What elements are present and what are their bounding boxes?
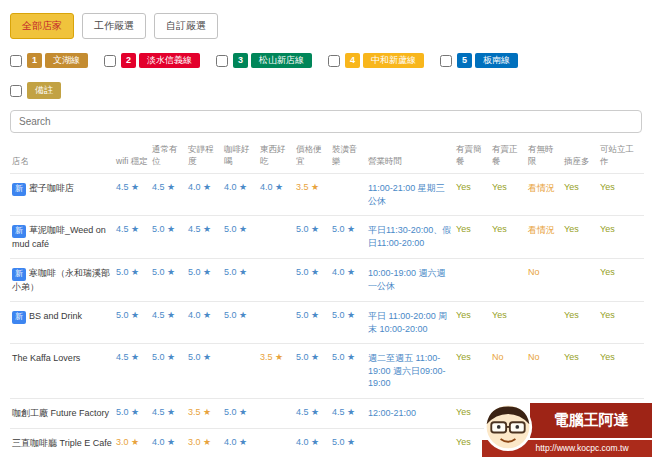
rating-value: 4.5 ★ [332, 407, 355, 417]
rating-cell: 3.5 ★ [186, 399, 222, 429]
rating-value: 5.0 ★ [224, 267, 247, 277]
rating-cell: 4.5 ★ [114, 216, 150, 259]
rating-cell: 4.5 ★ [186, 216, 222, 259]
rating-value: 5.0 ★ [116, 310, 139, 320]
line-checkbox[interactable] [440, 55, 452, 67]
flag-cell: Yes [490, 174, 526, 216]
column-header-9[interactable]: 有賣簡餐 [454, 139, 490, 174]
flag-value: Yes [456, 407, 471, 417]
column-header-3[interactable]: 安靜程度 [186, 139, 222, 174]
flag-value: Yes [456, 182, 471, 192]
rating-cell: 5.0 ★ [330, 429, 366, 457]
flag-value: Yes [492, 310, 507, 320]
rating-cell: 4.5 ★ [114, 174, 150, 216]
column-header-10[interactable]: 有賣正餐 [490, 139, 526, 174]
rating-cell: 4.0 ★ [150, 429, 186, 457]
rating-value: 3.5 ★ [260, 352, 283, 362]
new-badge: 新 [12, 225, 26, 238]
rating-value: 4.5 ★ [116, 224, 139, 234]
line-filter-3[interactable]: 3松山新店線 [216, 53, 312, 68]
flag-value: No [528, 267, 540, 277]
metro-line-filters: 1文湖線2淡水信義線3松山新店線4中和新蘆線5板南線 [0, 45, 652, 72]
rating-value: 5.0 ★ [296, 224, 319, 234]
rating-cell: 4.0 ★ [258, 174, 294, 216]
rating-value: 5.0 ★ [224, 407, 247, 417]
rating-cell: 5.0 ★ [114, 302, 150, 344]
flag-value: 看情況 [528, 225, 555, 235]
filter-work-picks-button[interactable]: 工作嚴選 [82, 13, 146, 39]
rating-value: 5.0 ★ [296, 352, 319, 362]
filter-custom-picks-button[interactable]: 自訂嚴選 [154, 13, 218, 39]
column-header-6[interactable]: 價格便宜 [294, 139, 330, 174]
rating-value: 4.0 ★ [224, 182, 247, 192]
store-name-cell[interactable]: 新寒咖啡（永和瑞溪部小弟） [10, 259, 114, 302]
rating-cell: 3.5 ★ [258, 344, 294, 399]
flag-value: Yes [456, 352, 471, 362]
line-filter-4[interactable]: 4中和新蘆線 [328, 53, 424, 68]
column-header-0[interactable]: 店名 [10, 139, 114, 174]
line-filter-1[interactable]: 1文湖線 [10, 53, 88, 68]
column-header-7[interactable]: 裝潢音樂 [330, 139, 366, 174]
flag-cell: Yes [562, 302, 598, 344]
flag-value: Yes [492, 182, 507, 192]
store-name-cell[interactable]: 新BS and Drink [10, 302, 114, 344]
rating-cell: 5.0 ★ [150, 216, 186, 259]
flag-cell: Yes [490, 302, 526, 344]
line-checkbox[interactable] [328, 55, 340, 67]
column-header-5[interactable]: 東西好吃 [258, 139, 294, 174]
line-checkbox[interactable] [10, 55, 22, 67]
rating-value: 5.0 ★ [116, 267, 139, 277]
rating-cell: 5.0 ★ [114, 399, 150, 429]
table-row: 新BS and Drink5.0 ★4.5 ★4.0 ★5.0 ★5.0 ★5.… [10, 302, 644, 344]
store-name-cell[interactable]: 新蜜子咖啡店 [10, 174, 114, 216]
column-header-13[interactable]: 可站立工作 [598, 139, 644, 174]
column-header-4[interactable]: 咖啡好喝 [222, 139, 258, 174]
rating-value: 5.0 ★ [152, 224, 175, 234]
line-checkbox[interactable] [104, 55, 116, 67]
column-header-1[interactable]: wifi 穩定 [114, 139, 150, 174]
column-header-11[interactable]: 有無時限 [526, 139, 562, 174]
rating-cell: 5.0 ★ [222, 399, 258, 429]
flag-cell: Yes [562, 216, 598, 259]
rating-cell: 5.0 ★ [150, 344, 186, 399]
store-name-cell[interactable]: 三直咖啡廳 Triple E Cafe [10, 429, 114, 457]
rating-cell: 4.0 ★ [294, 429, 330, 457]
rating-cell: 5.0 ★ [150, 259, 186, 302]
flag-cell: Yes [562, 174, 598, 216]
rating-value: 3.0 ★ [188, 437, 211, 447]
rating-value: 3.5 ★ [188, 407, 211, 417]
line-name-label: 文湖線 [45, 53, 88, 68]
rating-value: 5.0 ★ [116, 407, 139, 417]
table-row: 新寒咖啡（永和瑞溪部小弟）5.0 ★5.0 ★5.0 ★5.0 ★5.0 ★4.… [10, 259, 644, 302]
store-name-cell[interactable]: 咖創工廠 Future Factory [10, 399, 114, 429]
flag-cell: Yes [598, 216, 644, 259]
rating-value: 4.0 ★ [152, 437, 175, 447]
column-header-8[interactable]: 營業時間 [366, 139, 454, 174]
rating-cell [258, 259, 294, 302]
opening-hours-cell [366, 429, 454, 457]
line-filter-5[interactable]: 5板南線 [440, 53, 518, 68]
rating-value: 4.0 ★ [332, 267, 355, 277]
rating-cell: 5.0 ★ [330, 216, 366, 259]
rating-value: 5.0 ★ [224, 224, 247, 234]
search-input[interactable] [10, 110, 642, 133]
column-header-2[interactable]: 通常有位 [150, 139, 186, 174]
store-name-cell[interactable]: 新草泥咖啡_Weed on mud café [10, 216, 114, 259]
column-header-12[interactable]: 插座多 [562, 139, 598, 174]
rating-cell: 4.0 ★ [330, 259, 366, 302]
flag-cell: Yes [454, 302, 490, 344]
rating-value: 4.0 ★ [260, 182, 283, 192]
note-checkbox[interactable] [10, 85, 22, 97]
rating-value: 4.5 ★ [152, 407, 175, 417]
filter-all-stores-button[interactable]: 全部店家 [10, 13, 74, 39]
flag-cell: Yes [454, 216, 490, 259]
rating-cell: 5.0 ★ [186, 344, 222, 399]
new-badge: 新 [12, 311, 26, 324]
rating-cell: 5.0 ★ [294, 216, 330, 259]
line-checkbox[interactable] [216, 55, 228, 67]
store-name-cell[interactable]: The Kaffa Lovers [10, 344, 114, 399]
table-row: 新蜜子咖啡店4.5 ★4.5 ★4.0 ★4.0 ★4.0 ★3.5 ★11:0… [10, 174, 644, 216]
opening-hours-cell: 10:00-19:00 週六週一公休 [366, 259, 454, 302]
rating-value: 5.0 ★ [332, 352, 355, 362]
line-filter-2[interactable]: 2淡水信義線 [104, 53, 200, 68]
